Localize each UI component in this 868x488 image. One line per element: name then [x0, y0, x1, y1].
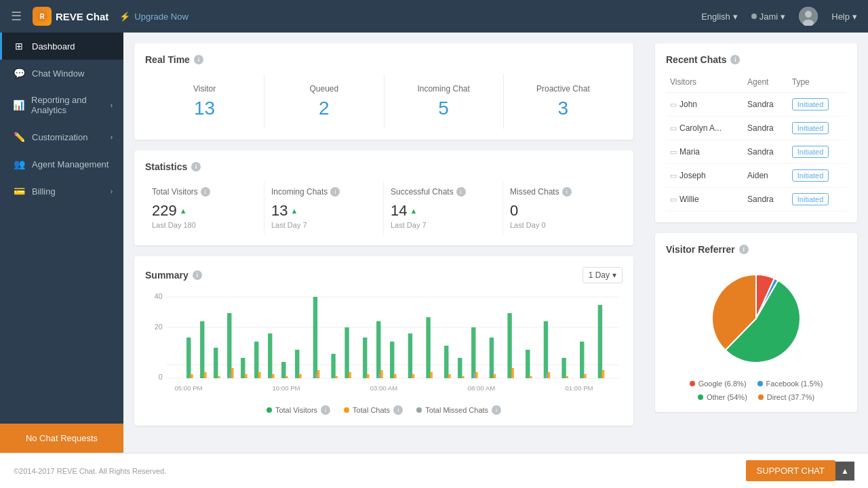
type-cell: Initiated [788, 117, 846, 140]
agent-management-icon: 👥 [13, 159, 25, 169]
sidebar-item-reporting[interactable]: 📊 Reporting and Analytics › [0, 87, 123, 123]
svg-rect-60 [473, 373, 475, 378]
metric-visitor: Visitor 13 [145, 75, 264, 129]
stat-total-visitors: Total Visitors i 229 ▲ Last Day 180 [145, 182, 264, 235]
stat-label: Incoming Chats [271, 187, 328, 197]
realtime-info-icon[interactable]: i [194, 55, 203, 64]
support-chat-button[interactable]: SUPPORT CHAT [746, 460, 835, 481]
svg-rect-48 [390, 342, 394, 378]
svg-rect-41 [344, 327, 349, 378]
language-selector[interactable]: English ▾ [701, 12, 738, 22]
avatar[interactable] [799, 7, 818, 26]
svg-rect-29 [258, 372, 260, 378]
svg-text:0: 0 [159, 373, 163, 381]
pie-legend-item: Other (54%) [698, 393, 747, 401]
pie-legend-item: Facebook (1.5%) [757, 380, 823, 388]
svg-text:08:00 AM: 08:00 AM [468, 385, 496, 392]
visitor-cell: ▭Joseph [666, 164, 743, 188]
statistics-info-icon[interactable]: i [191, 162, 201, 171]
svg-rect-52 [426, 317, 430, 378]
pie-chart-area [666, 264, 846, 373]
sidebar-item-agent-management[interactable]: 👥 Agent Management [0, 150, 123, 178]
svg-rect-62 [493, 374, 496, 378]
stat-sublabel: Last Day 180 [152, 221, 257, 229]
top-navigation: ☰ R REVE Chat ⚡ Upgrade Now English ▾ Ja… [0, 0, 868, 33]
legend-visitors-label: Total Visitors [275, 406, 317, 414]
footer: ©2014-2017 REVE Chat. All Rights Reserve… [0, 453, 868, 488]
svg-rect-42 [349, 372, 351, 378]
no-chat-label: No Chat Requests [26, 433, 98, 443]
svg-rect-53 [430, 372, 433, 378]
stat-info-icon[interactable]: i [330, 187, 340, 197]
sidebar-item-billing[interactable]: 💳 Billing › [0, 178, 123, 205]
sidebar-label-dashboard: Dashboard [32, 41, 75, 52]
legend-visitors-info[interactable]: i [321, 405, 330, 415]
sidebar-item-dashboard[interactable]: ⊞ Dashboard [0, 33, 123, 60]
svg-rect-22 [217, 376, 220, 378]
legend-missed-info[interactable]: i [492, 405, 501, 415]
scroll-up-button[interactable]: ▲ [835, 462, 854, 481]
legend-chats-dot [344, 407, 349, 413]
pie-legend: Google (6.8%)Facebook (1.5%)Other (54%)D… [666, 380, 846, 401]
logo-text: REVE Chat [56, 11, 108, 22]
svg-rect-67 [544, 321, 548, 378]
svg-rect-40 [335, 376, 338, 378]
no-chat-requests: No Chat Requests [0, 424, 123, 453]
user-menu[interactable]: Jami ▾ [751, 12, 785, 22]
visitor-referrer-title-text: Visitor Referrer [666, 244, 735, 255]
stat-info-icon[interactable]: i [201, 187, 210, 197]
day-select-chevron-icon: ▾ [612, 270, 616, 280]
pie-dot [690, 381, 695, 386]
svg-rect-45 [376, 321, 380, 378]
svg-rect-57 [461, 376, 464, 378]
svg-rect-35 [298, 374, 301, 378]
svg-rect-50 [408, 333, 412, 378]
stat-info-icon[interactable]: i [562, 187, 572, 197]
type-cell: Initiated [788, 93, 846, 117]
svg-rect-18 [190, 374, 193, 378]
metric-queued-value: 2 [274, 98, 374, 119]
stat-successful-chats-value: 14 ▲ [391, 202, 496, 220]
svg-text:10:00 PM: 10:00 PM [272, 385, 300, 392]
help-button[interactable]: Help ▾ [831, 12, 857, 22]
metric-incoming-chat: Incoming Chat 5 [384, 75, 503, 129]
recent-chats-scroll[interactable]: Visitors Agent Type ▭John Sandra Initiat… [666, 75, 846, 211]
summary-info-icon[interactable]: i [193, 270, 202, 280]
legend-chats-info[interactable]: i [393, 405, 403, 415]
agent-cell: Sandra [743, 93, 788, 117]
svg-rect-43 [363, 338, 367, 378]
metric-proactive-label: Proactive Chat [513, 84, 613, 94]
svg-rect-20 [203, 372, 206, 378]
right-panel: Recent Chats i Visitors Agent Type [644, 33, 868, 453]
upgrade-button[interactable]: ⚡ Upgrade Now [119, 12, 189, 22]
recent-chats-info-icon[interactable]: i [730, 55, 740, 64]
agent-cell: Sandra [743, 188, 788, 211]
hamburger-button[interactable]: ☰ [11, 9, 22, 24]
stat-missed-chats: Missed Chats i 0 Last Day 0 [503, 182, 623, 235]
realtime-title: Real Time i [145, 54, 623, 65]
realtime-metrics-grid: Visitor 13 Queued 2 Incoming Chat 5 Proa… [145, 75, 623, 129]
stat-label: Successful Chats [391, 187, 454, 197]
metric-proactive-value: 3 [513, 98, 613, 119]
stat-info-icon[interactable]: i [456, 187, 466, 197]
initiated-badge: Initiated [792, 98, 829, 110]
metric-incoming-value: 5 [394, 98, 494, 119]
sidebar-item-chat-window[interactable]: 💬 Chat Window [0, 60, 123, 87]
day-selector[interactable]: 1 Day ▾ [583, 267, 623, 283]
visitor-referrer-info-icon[interactable]: i [739, 245, 749, 254]
sidebar-item-customization[interactable]: ✏️ Customization › [0, 123, 123, 150]
stat-total-visitors-value: 229 ▲ [152, 202, 257, 220]
sidebar-label-chat-window: Chat Window [32, 68, 84, 79]
day-select-label: 1 Day [589, 270, 610, 280]
col-type: Type [788, 75, 846, 93]
user-chevron-icon: ▾ [781, 12, 785, 22]
svg-rect-51 [412, 374, 414, 378]
svg-rect-75 [601, 370, 604, 378]
customization-icon: ✏️ [13, 131, 25, 142]
svg-rect-25 [229, 373, 231, 378]
dashboard-icon: ⊞ [13, 41, 25, 52]
initiated-badge: Initiated [792, 122, 829, 134]
pie-legend-item: Google (6.8%) [690, 380, 747, 388]
svg-rect-19 [200, 321, 204, 378]
language-label: English [701, 12, 730, 22]
